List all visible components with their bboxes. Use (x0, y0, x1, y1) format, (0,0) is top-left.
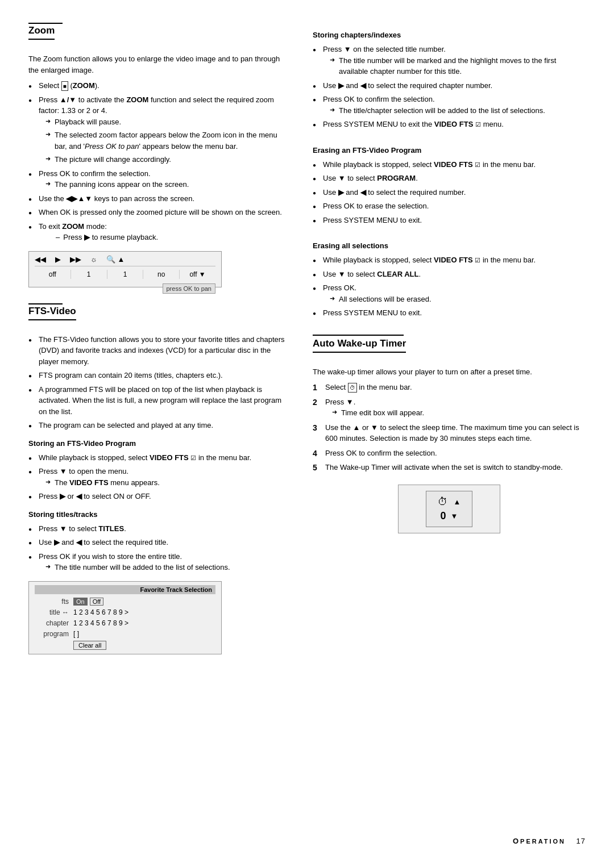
fts-intro-2: FTS program can contain 20 items (titles… (28, 370, 290, 381)
wakeup-zero: 0 (441, 510, 446, 522)
fts-clear-all-container: Clear all (35, 641, 215, 649)
erasing-all-title: Erasing all selections (313, 241, 586, 250)
wakeup-steps: 1 Select ⏱ in the menu bar. 2 Press ▼. T… (313, 382, 586, 473)
fts-video-section: FTS-Video The FTS-Video function allows … (28, 303, 290, 654)
chapters-item-1: Press ▼ on the selected title number. Th… (313, 44, 586, 77)
zoom-val-off2: off ▼ (180, 270, 215, 279)
erase-item-2: Use ▼ to select PROGRAM. (313, 173, 586, 184)
wakeup-inner-box: ⏱ ▲ 0 ▼ (426, 491, 473, 527)
zoom-icon-play: ▶ (55, 255, 61, 264)
storing-chapters-list: Press ▼ on the selected title number. Th… (313, 44, 586, 130)
zoom-val-off: off (35, 270, 71, 279)
erase-all-item-1: While playback is stopped, select VIDEO … (313, 254, 586, 266)
wakeup-title: Auto Wake-up Timer (313, 338, 406, 353)
zoom-item-5: When OK is pressed only the zoomed pictu… (28, 207, 290, 218)
wakeup-clock-icon: ⏱ (438, 496, 448, 508)
zoom-val-1a: 1 (71, 270, 107, 279)
erase-all-item-4: Press SYSTEM MENU to exit. (313, 307, 586, 319)
page-number: 17 (576, 837, 586, 845)
chapters-item-3: Press OK to confirm the selection. The t… (313, 94, 586, 116)
fts-title-label: title ↔ (35, 608, 69, 616)
chapters-arrow-1: The title number will be marked and the … (323, 55, 586, 77)
erasing-program-section: Erasing an FTS-Video Program While playb… (313, 146, 586, 226)
storing-item-2: Press ▼ to open the menu. The VIDEO FTS … (28, 466, 290, 488)
fts-intro-4: The program can be selected and played a… (28, 420, 290, 431)
wakeup-step-5: 5 The Wake-up Timer will activate when t… (313, 462, 586, 473)
wakeup-step-4: 4 Press OK to confirm the selection. (313, 448, 586, 459)
zoom-val-1b: 1 (107, 270, 144, 279)
fts-row-program: program [ ] (35, 630, 215, 638)
zoom-item-6: To exit ZOOM mode: Press ▶ to resume pla… (28, 221, 290, 243)
checkmark-3: ☑ (475, 160, 480, 170)
checkmark-1: ☑ (190, 453, 196, 463)
chapters-arrow-2: The title/chapter selection will be adde… (323, 105, 586, 116)
erase-all-item-2: Use ▼ to select CLEAR ALL. (313, 269, 586, 280)
erase-item-3: Use ▶ and ◀ to select the required numbe… (313, 187, 586, 198)
wakeup-title-block: Auto Wake-up Timer (313, 335, 586, 360)
fts-clear-all-btn[interactable]: Clear all (73, 641, 106, 650)
left-column: Zoom The Zoom function allows you to enl… (28, 23, 290, 845)
zoom-icon-fforward: ▶▶ (70, 255, 81, 264)
storing-program-list: While playback is stopped, select VIDEO … (28, 452, 290, 502)
step-num-1: 1 (313, 382, 317, 394)
fts-on-btn[interactable]: On (73, 598, 88, 606)
erasing-all-section: Erasing all selections While playback is… (313, 241, 586, 319)
zoom-arrow-1: Playback will pause. (39, 116, 290, 128)
zoom-icon-rewind: ◀◀ (35, 255, 46, 264)
chapters-item-4: Press SYSTEM MENU to exit the VIDEO FTS … (313, 119, 586, 130)
right-column: Storing chapters/indexes Press ▼ on the … (313, 23, 586, 845)
fts-off-btn[interactable]: Off (90, 598, 103, 606)
wakeup-up-arrow: ▲ (454, 498, 461, 506)
zoom-icon-sun: ☼ (90, 255, 97, 264)
erasing-program-list: While playback is stopped, select VIDEO … (313, 159, 586, 226)
erase-all-item-3: Press OK. All selections will be erased. (313, 282, 586, 304)
titles-item-2: Use ▶ and ◀ to select the required title… (28, 537, 290, 548)
fts-title-bar: Favorite Track Selection (35, 585, 215, 594)
zoom-item-2: Press ▲/▼ to activate the ZOOM function … (28, 94, 290, 165)
chapters-item-2: Use ▶ and ◀ to select the required chapt… (313, 80, 586, 91)
footer: OPERATION 17 (513, 837, 586, 845)
zoom-title: Zoom (28, 25, 55, 40)
step-num-2: 2 (313, 397, 317, 408)
zoom-arrow-2: The selected zoom factor appears below t… (39, 130, 290, 152)
erase-item-5: Press SYSTEM MENU to exit. (313, 215, 586, 226)
fts-title-block: FTS-Video (28, 303, 290, 327)
zoom-icons-row: ◀◀ ▶ ▶▶ ☼ 🔍 ▲ (35, 255, 215, 266)
step-num-5: 5 (313, 462, 317, 474)
fts-program-label: program (35, 630, 69, 638)
wakeup-divider (313, 335, 404, 336)
zoom-item-3: Press OK to confirm the selection. The p… (28, 168, 290, 190)
storing-chapters-title: Storing chapters/indexes (313, 31, 586, 39)
titles-item-1: Press ▼ to select TITLES. (28, 523, 290, 535)
fts-title-values: 1 2 3 4 5 6 7 8 9 > (73, 608, 128, 616)
wakeup-intro: The wake-up timer allows your player to … (313, 366, 586, 378)
wakeup-display-box: ⏱ ▲ 0 ▼ (398, 485, 500, 533)
checkmark-2: ☑ (475, 120, 481, 130)
titles-arrow-1: The title number will be added to the li… (39, 562, 290, 573)
wakeup-section: Auto Wake-up Timer The wake-up timer all… (313, 335, 586, 533)
zoom-arrow-4: The panning icons appear on the screen. (39, 179, 290, 190)
titles-item-3: Press OK if you wish to store the entire… (28, 551, 290, 573)
fts-intro-list: The FTS-Video function allows you to sto… (28, 334, 290, 431)
wakeup-step-1: 1 Select ⏱ in the menu bar. (313, 382, 586, 393)
fts-row-chapter: chapter 1 2 3 4 5 6 7 8 9 > (35, 619, 215, 627)
zoom-item-1: Select ■ (ZOOM). (28, 80, 290, 91)
zoom-section: Zoom The Zoom function allows you to enl… (28, 23, 290, 287)
clock-icon: ⏱ (348, 383, 357, 393)
storing-titles-title: Storing titles/tracks (28, 510, 290, 519)
erasing-program-title: Erasing an FTS-Video Program (313, 146, 586, 155)
operation-label: OPERATION (513, 837, 566, 845)
step-num-4: 4 (313, 448, 317, 460)
zoom-display-box: ◀◀ ▶ ▶▶ ☼ 🔍 ▲ off 1 1 no off ▼ pres (28, 251, 222, 287)
erase-item-1: While playback is stopped, select VIDEO … (313, 159, 586, 170)
zoom-item-4: Use the ◀▶▲▼ keys to pan across the scre… (28, 193, 290, 205)
zoom-list: Select ■ (ZOOM). Press ▲/▼ to activate t… (28, 80, 290, 243)
fts-intro-1: The FTS-Video function allows you to sto… (28, 334, 290, 368)
zoom-intro: The Zoom function allows you to enlarge … (28, 53, 290, 76)
zoom-arrow-3: The picture will change accordingly. (39, 154, 290, 165)
wakeup-arrow-1: Time edit box will appear. (325, 407, 586, 419)
wakeup-middle-row: 0 ▼ (441, 510, 458, 522)
erase-all-arrow-1: All selections will be erased. (323, 294, 586, 305)
fts-program-value: [ ] (73, 630, 79, 638)
fts-display-box: Favorite Track Selection fts On Off titl… (28, 581, 222, 654)
